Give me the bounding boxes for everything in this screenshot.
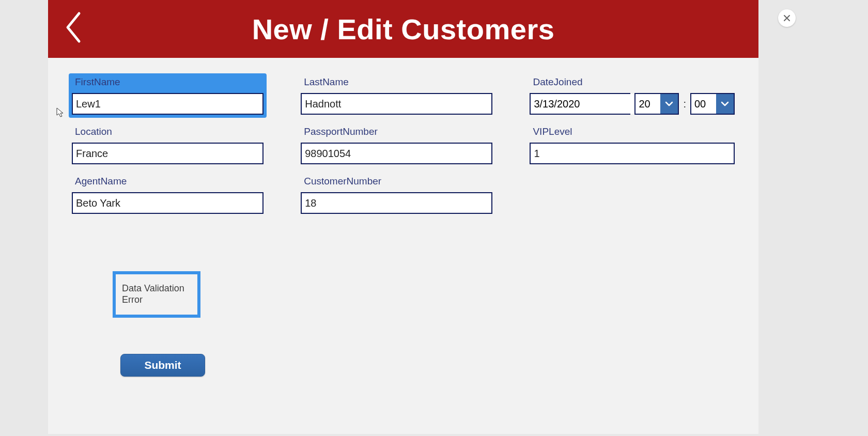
chevron-down-icon	[721, 101, 729, 107]
validation-error-text: Data Validation Error	[122, 283, 191, 305]
passportnumber-label: PassportNumber	[301, 126, 492, 137]
location-input[interactable]	[72, 143, 264, 164]
passportnumber-input[interactable]	[301, 143, 492, 164]
chevron-down-icon	[665, 101, 673, 107]
date-input-group	[530, 93, 630, 115]
validation-error-box: Data Validation Error	[113, 271, 200, 318]
customernumber-input[interactable]	[301, 192, 492, 214]
back-button[interactable]	[64, 9, 84, 48]
lastname-label: LastName	[301, 76, 492, 88]
firstname-field-highlighted: FirstName	[69, 73, 267, 118]
submit-button[interactable]: Submit	[120, 354, 205, 377]
customer-form: FirstName LastName DateJoined	[48, 58, 758, 217]
chevron-left-icon	[64, 9, 84, 45]
viplevel-input[interactable]	[530, 143, 735, 164]
customernumber-label: CustomerNumber	[301, 176, 492, 187]
viplevel-field: VIPLevel	[526, 123, 738, 167]
close-icon	[783, 14, 791, 22]
hour-dropdown-button[interactable]	[660, 94, 678, 114]
page-header: New / Edit Customers	[48, 0, 758, 58]
agentname-field: AgentName	[69, 173, 267, 217]
page-title: New / Edit Customers	[48, 12, 758, 46]
firstname-input[interactable]	[72, 93, 264, 115]
minute-dropdown-button[interactable]	[716, 94, 734, 114]
hour-select[interactable]: 20	[634, 93, 679, 115]
customernumber-field: CustomerNumber	[298, 173, 495, 217]
location-field: Location	[69, 123, 267, 167]
hour-value: 20	[636, 98, 660, 110]
agentname-label: AgentName	[72, 176, 264, 187]
close-button[interactable]	[778, 9, 796, 27]
datejoined-field: DateJoined 20	[526, 73, 738, 118]
time-colon: :	[683, 98, 686, 110]
datejoined-label: DateJoined	[530, 76, 735, 88]
lastname-field: LastName	[298, 73, 495, 118]
agentname-input[interactable]	[72, 192, 264, 214]
passportnumber-field: PassportNumber	[298, 123, 495, 167]
minute-select[interactable]: 00	[690, 93, 735, 115]
app-container: New / Edit Customers FirstName LastName …	[48, 0, 758, 434]
minute-value: 00	[691, 98, 716, 110]
firstname-label: FirstName	[72, 76, 264, 88]
location-label: Location	[72, 126, 264, 137]
viplevel-label: VIPLevel	[530, 126, 735, 137]
lastname-input[interactable]	[301, 93, 492, 115]
